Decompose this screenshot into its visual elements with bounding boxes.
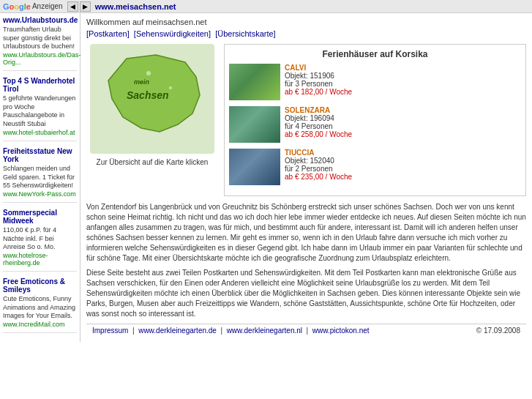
paragraph-1: Von Zentendorf bis Langenbrück und von G… — [86, 202, 526, 264]
google-logo: Google — [3, 2, 31, 11]
solenzara-objekt: Objekt: 196094 — [285, 114, 352, 122]
ad-title-1[interactable]: www.Urlaubstours.de — [3, 16, 77, 24]
svg-text:mein: mein — [134, 78, 150, 86]
ad-link-1[interactable]: www.Urlaubstours.de/Das-Orig... — [3, 51, 77, 66]
text-section: Von Zentendorf bis Langenbrück und von G… — [86, 202, 526, 319]
property-info-calvi: CALVI Objekt: 151906 für 3 Personen ab €… — [285, 64, 352, 96]
tiuccia-location[interactable]: TIUCCIA — [285, 149, 352, 157]
sidebar: www.Urlaubstours.de Traumhaften Urlaub s… — [0, 13, 80, 342]
nav-postkarten[interactable]: [Postkarten] — [86, 29, 130, 38]
solenzara-img-placeholder — [229, 106, 280, 143]
ad-title-3[interactable]: Freiheitsstatue New York — [3, 147, 77, 163]
solenzara-price[interactable]: ab € 258,00 / Woche — [285, 130, 352, 138]
ad-block-5: Free Emoticons & Smileys Cute Emoticons,… — [3, 277, 77, 333]
sachsen-map[interactable]: mein Sachsen — [90, 44, 214, 154]
ad-title-5[interactable]: Free Emoticons & Smileys — [3, 277, 77, 294]
content-title: Willkommen auf meinsachsen.net — [86, 18, 526, 26]
ad-text-4: 110,00 € p.P. für 4 Nächte inkl. F bei A… — [3, 226, 77, 252]
ferienhaeuser-title: Ferienhäuser auf Korsika — [229, 49, 521, 59]
ad-block-3: Freiheitsstatue New York Schlangen meide… — [3, 147, 77, 203]
property-row-solenzara: SOLENZARA Objekt: 196094 für 4 Personen … — [229, 106, 521, 143]
calvi-price[interactable]: ab € 182,00 / Woche — [285, 88, 352, 96]
top-bar: Google Anzeigen ◀ ▶ www.meisachsen.net — [0, 0, 532, 13]
site-url[interactable]: www.meisachsen.net — [95, 2, 176, 11]
nav-uebersichtskarte[interactable]: [Übersichtskarte] — [215, 29, 276, 38]
property-info-tiuccia: TIUCCIA Objekt: 152040 für 2 Personen ab… — [285, 149, 352, 181]
solenzara-location[interactable]: SOLENZARA — [285, 106, 352, 114]
ad-text-5: Cute Emoticons, Funny Animations and Ama… — [3, 295, 77, 321]
footer-date: © 17.09.2008 — [476, 327, 520, 335]
ad-link-2[interactable]: www.hotel-stubaierhof.at — [3, 129, 77, 136]
ad-title-2[interactable]: Top 4 S Wanderhotel Tirol — [3, 77, 77, 93]
nav-back-button[interactable]: ◀ — [67, 1, 78, 12]
anzeigen-label: Anzeigen — [32, 2, 63, 10]
map-area[interactable]: mein Sachsen Zur Übersicht auf die Karte… — [86, 44, 218, 196]
ad-text-1: Traumhaften Urlaub super günstig direkt … — [3, 26, 77, 51]
tiuccia-persons: für 2 Personen — [285, 165, 352, 173]
footer-impressum[interactable]: Impressum — [92, 327, 128, 335]
property-img-calvi — [229, 64, 280, 100]
right-panel: Ferienhäuser auf Korsika CALVI Objekt: 1… — [224, 44, 526, 196]
ad-block-2: Top 4 S Wanderhotel Tirol 5 geführte Wan… — [3, 77, 77, 141]
svg-point-3 — [146, 71, 151, 75]
svg-text:Sachsen: Sachsen — [127, 89, 169, 101]
nav-arrows[interactable]: ◀ ▶ — [67, 1, 91, 12]
body-section: mein Sachsen Zur Übersicht auf die Karte… — [86, 44, 526, 196]
ad-block-4: Sommerspecial Midweek 110,00 € p.P. für … — [3, 209, 77, 272]
tiuccia-objekt: Objekt: 152040 — [285, 157, 352, 165]
ad-link-3[interactable]: www.NewYork-Pass.com — [3, 190, 77, 198]
footer-links: Impressum | www.derkleinegarten.de | www… — [92, 327, 370, 335]
property-img-tiuccia — [229, 149, 280, 185]
map-caption: Zur Übersicht auf die Karte klicken — [86, 158, 218, 166]
nav-sehenswuerdigkeiten[interactable]: [Sehenswürdigkeiten] — [134, 29, 211, 38]
content-area: Willkommen auf meinsachsen.net [Postkart… — [80, 13, 532, 342]
tiuccia-img-placeholder — [229, 149, 280, 185]
solenzara-persons: für 4 Personen — [285, 122, 352, 130]
property-img-solenzara — [229, 106, 280, 143]
ad-title-4[interactable]: Sommerspecial Midweek — [3, 209, 77, 225]
svg-point-4 — [169, 86, 172, 89]
paragraph-2: Diese Seite besteht aus zwei Teilen Post… — [86, 268, 526, 319]
ad-text-3: Schlangen meiden und Geld sparen. 1 Tick… — [3, 165, 77, 190]
property-info-solenzara: SOLENZARA Objekt: 196094 für 4 Personen … — [285, 106, 352, 138]
ad-block-1: www.Urlaubstours.de Traumhaften Urlaub s… — [3, 16, 77, 71]
nav-forward-button[interactable]: ▶ — [80, 1, 91, 12]
tiuccia-price[interactable]: ab € 235,00 / Woche — [285, 173, 352, 181]
footer-link-2[interactable]: www.derkleinegarten.nl — [227, 327, 302, 335]
property-row-calvi: CALVI Objekt: 151906 für 3 Personen ab €… — [229, 64, 521, 100]
calvi-objekt: Objekt: 151906 — [285, 72, 352, 80]
calvi-persons: für 3 Personen — [285, 80, 352, 88]
footer-link-3[interactable]: www.pictokon.net — [312, 327, 370, 335]
ad-link-4[interactable]: www.hotelrose-rheinberg.de — [3, 252, 77, 266]
footer: Impressum | www.derkleinegarten.de | www… — [86, 324, 526, 337]
calvi-location[interactable]: CALVI — [285, 64, 352, 72]
ad-link-5[interactable]: www.IncrediMail.com — [3, 321, 77, 328]
footer-link-1[interactable]: www.derkleinegarten.de — [138, 327, 217, 335]
ad-text-2: 5 geführte Wanderungen pro Woche Pauscha… — [3, 94, 77, 129]
calvi-img-placeholder — [229, 64, 280, 100]
nav-links: [Postkarten] [Sehenswürdigkeiten] [Übers… — [86, 29, 526, 38]
property-row-tiuccia: TIUCCIA Objekt: 152040 für 2 Personen ab… — [229, 149, 521, 185]
main-layout: www.Urlaubstours.de Traumhaften Urlaub s… — [0, 13, 532, 342]
ferienhaeuser-box: Ferienhäuser auf Korsika CALVI Objekt: 1… — [224, 44, 526, 196]
